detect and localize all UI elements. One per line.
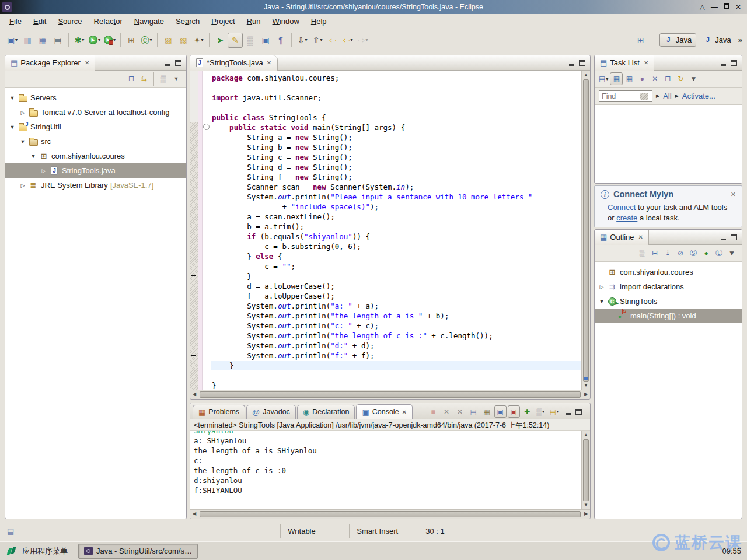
tab-problems[interactable]: ▦Problems (193, 405, 245, 419)
previous-annotation-button[interactable]: ⇧▾ (310, 33, 325, 48)
close-view-icon[interactable]: ✕ (644, 60, 648, 66)
close-button[interactable]: ✕ (735, 0, 741, 14)
maximize-view-button[interactable] (731, 60, 737, 66)
view-menu-button[interactable]: ▼ (170, 72, 183, 85)
categorized-view-button[interactable]: ▦ (610, 72, 623, 85)
remove-all-terminated-button[interactable]: ✕ (454, 405, 466, 418)
menu-navigate[interactable]: Navigate (128, 15, 170, 27)
tree-expanded-arrow-icon[interactable]: ▼ (18, 139, 27, 145)
open-type-button[interactable]: ▨ (160, 33, 176, 48)
pin-console-button[interactable]: ✚ (521, 405, 533, 418)
mark-occurrences-button[interactable]: ✎ (228, 33, 243, 48)
show-stdout-when-changed-button[interactable]: ▣ (494, 405, 507, 418)
fold-collapse-icon[interactable]: − (203, 124, 210, 130)
tree-expanded-arrow-icon[interactable]: ▼ (29, 153, 38, 159)
focus-button[interactable]: ▒ (157, 72, 170, 85)
open-resource-button[interactable]: ▧ (176, 33, 191, 48)
display-selected-console-button[interactable]: ▒▾ (535, 405, 547, 418)
new-java-class-button[interactable]: Ⓒ▾ (139, 33, 154, 48)
collapse-all-button[interactable]: ⊟ (661, 72, 674, 85)
print-button[interactable]: ▤ (50, 33, 65, 48)
next-annotation-button[interactable]: ⇩▾ (295, 33, 310, 48)
console-vertical-scrollbar[interactable]: ▲ ▼ (581, 431, 590, 509)
save-button[interactable]: ▥ (20, 33, 35, 48)
menu-project[interactable]: Project (205, 15, 240, 27)
minimize-view-button[interactable] (721, 239, 726, 240)
close-notification-icon[interactable]: ✕ (731, 191, 736, 198)
synchronize-button[interactable]: ↻ (674, 72, 687, 85)
tree-item-main-string-void[interactable]: ●Smain(String[]) : void (595, 309, 742, 323)
filter-all-link[interactable]: All (663, 92, 671, 100)
tree-item-tomcat-v7-0-server-at-localhost-config[interactable]: ▷Tomcat v7.0 Server at localhost-config (5, 105, 186, 120)
debug-button[interactable]: ✱▾ (72, 33, 87, 48)
tree-item-com-shiyanlou-coures[interactable]: ▼⊞com.shiyanlou.coures (5, 149, 186, 163)
back-button[interactable]: ⇦▾ (340, 33, 355, 48)
activate-link[interactable]: Activate... (682, 92, 715, 100)
hide-fields-button[interactable]: ⊘ (674, 247, 687, 260)
new-task-button[interactable]: ▤▾ (597, 72, 610, 85)
scroll-down-icon[interactable]: ▼ (582, 501, 590, 509)
open-perspective-button[interactable]: ⊞ (633, 33, 648, 48)
statusbar-left-icon[interactable]: ▤ (7, 527, 14, 536)
tree-collapsed-arrow-icon[interactable]: ▷ (18, 183, 27, 188)
tree-item-src[interactable]: ▼src (5, 134, 186, 149)
show-source-of-selected-element-button[interactable]: ▣ (258, 33, 273, 48)
new-wizard-button[interactable]: ▣▾ (5, 33, 20, 48)
perspective-button-java[interactable]: JJava (659, 33, 696, 47)
hide-local-types-button[interactable]: Ⓛ (713, 247, 725, 260)
applications-menu-button[interactable]: 应用程序菜单 (22, 546, 68, 556)
collapse-all-button[interactable]: ⊟ (648, 247, 661, 260)
console-output[interactable]: SHiyanloua: SHiyanlouthe length of a is … (190, 431, 581, 509)
task-list-tab[interactable]: ▤ Task List ✕ (595, 55, 654, 71)
hide-completed-button[interactable]: ✕ (648, 72, 661, 85)
mylyn-connect-link[interactable]: Connect (608, 203, 636, 212)
close-view-icon[interactable]: ✕ (85, 60, 89, 66)
close-editor-icon[interactable]: ✕ (267, 60, 271, 66)
view-menu-button[interactable]: ▼ (687, 72, 700, 85)
show-stderr-when-changed-button[interactable]: ▣ (508, 405, 520, 418)
save-all-button[interactable]: ▦ (35, 33, 50, 48)
scroll-up-icon[interactable]: ▲ (582, 71, 590, 79)
show-whitespace-button[interactable]: ¶ (273, 33, 288, 48)
menu-window[interactable]: Window (267, 15, 305, 27)
toggle-block-selection-button[interactable]: ▒ (243, 33, 258, 48)
run-external-tools-button[interactable]: ▶▾ (102, 33, 117, 48)
tree-expanded-arrow-icon[interactable]: ▼ (8, 95, 17, 101)
tree-collapsed-arrow-icon[interactable]: ▷ (39, 168, 48, 174)
editor-vertical-scrollbar[interactable]: ▲ ▼ (581, 71, 590, 390)
maximize-view-button[interactable] (731, 235, 737, 240)
focus-on-workweek-button[interactable]: ● (636, 72, 648, 85)
link-with-editor-button[interactable]: ⇆ (138, 72, 151, 85)
last-edit-location-button[interactable]: ⇦ (325, 33, 340, 48)
tree-item-com-shiyanlou-coures[interactable]: ⊞com.shiyanlou.coures (595, 265, 742, 279)
editor-tab[interactable]: J *StringTools.java ✕ (190, 55, 278, 71)
clear-console-button[interactable]: ▤ (467, 405, 480, 418)
tree-item-servers[interactable]: ▼Servers (5, 90, 186, 105)
remove-launch-button[interactable]: ✕ (441, 405, 453, 418)
new-java-project-button[interactable]: ⊞ (124, 33, 139, 48)
menu-file[interactable]: File (4, 15, 27, 27)
scroll-left-icon[interactable]: ◀ (190, 510, 198, 518)
forward-button[interactable]: ⇨▾ (355, 33, 371, 48)
maximize-button[interactable] (724, 4, 729, 9)
scroll-left-icon[interactable]: ◀ (190, 390, 198, 398)
menu-search[interactable]: Search (170, 15, 205, 27)
find-input[interactable] (599, 92, 640, 100)
minimize-button[interactable]: — (711, 0, 718, 14)
scroll-up-icon[interactable]: ▲ (582, 431, 590, 439)
minimize-view-button[interactable] (721, 64, 726, 66)
maximize-view-button[interactable] (575, 409, 582, 415)
open-console-button[interactable]: ▤▾ (548, 405, 561, 418)
run-button[interactable]: ▶▾ (87, 33, 102, 48)
tree-item-stringutil[interactable]: ▼JStringUtil (5, 120, 186, 134)
scroll-down-icon[interactable]: ▼ (582, 382, 590, 390)
annotation-ruler[interactable] (190, 71, 198, 390)
collapse-all-button[interactable]: ⊟ (125, 72, 138, 85)
minimize-view-button[interactable] (165, 64, 170, 66)
outline-tab[interactable]: ▦ Outline ✕ (595, 230, 649, 245)
menu-source[interactable]: Source (52, 15, 88, 27)
scroll-right-icon[interactable]: ▶ (582, 390, 590, 398)
view-menu-button[interactable]: ▼ (725, 247, 738, 260)
scheduled-view-button[interactable]: ▦ (623, 72, 636, 85)
tree-item-import-declarations[interactable]: ▷⇉import declarations (595, 279, 742, 294)
